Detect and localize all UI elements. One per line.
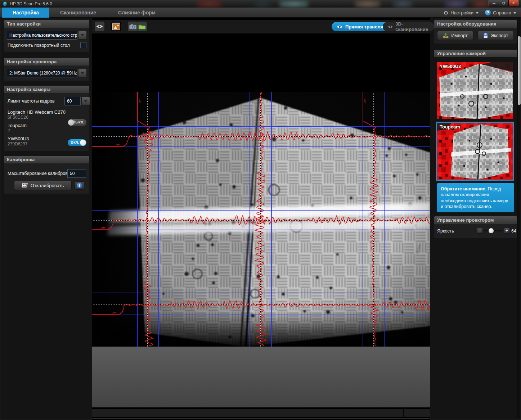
setup-type-group: Тип настройки Настройка пользовательског…	[4, 20, 89, 52]
titlebar-glass-blob	[279, 0, 308, 8]
hardware-setup-header: Настройка оборудования	[434, 20, 517, 28]
help-menu[interactable]: ? Справка	[485, 10, 516, 15]
close-button[interactable]: ✕	[508, 0, 518, 6]
dropdown-arrow-icon[interactable]	[78, 31, 87, 40]
import-icon	[443, 33, 449, 38]
export-button[interactable]: Экспорт	[477, 31, 514, 40]
calibration-header: Калибровка	[4, 156, 89, 163]
calibration-notice: Обратите внимание. Перед началом сканиро…	[437, 183, 514, 212]
viewport-toolbar: Прямая трансляция 3D-сканирование	[92, 20, 430, 33]
device-name: Logitech HD Webcam C270	[8, 109, 66, 115]
camera-preview-image	[437, 62, 513, 119]
import-button[interactable]: Импорт	[437, 31, 473, 40]
viewport-area: Прямая трансляция 3D-сканирование	[92, 18, 430, 420]
window-bottom-edge	[92, 418, 430, 419]
scan-3d-label: 3D-сканирование	[395, 21, 429, 32]
eye-icon	[96, 24, 103, 29]
open-folder-button[interactable]	[137, 22, 147, 31]
maximize-button[interactable]: ▢	[499, 0, 508, 6]
svg-text:LMT: LMT	[364, 99, 366, 103]
viewport-lower-panel	[92, 347, 430, 407]
import-button-label: Импорт	[451, 33, 467, 38]
pattern-image-button[interactable]	[111, 22, 121, 31]
brightness-minus-button[interactable]: –	[477, 228, 483, 234]
eye-icon	[337, 25, 343, 29]
eye-icon	[388, 25, 393, 29]
svg-text:LMT: LMT	[139, 99, 141, 103]
toggle-overlay-button[interactable]	[95, 22, 104, 31]
window-title: HP 3D Scan Pro 5.6.0	[10, 1, 52, 6]
device-id: 6F50CC26	[8, 115, 66, 120]
titlebar-glass-blob	[355, 0, 380, 8]
projector-setup-group: Настройка проектора 2: MStar Demo (1280x…	[4, 58, 89, 81]
titlebar-glass-blob	[445, 0, 467, 8]
setup-type-dropdown-value[interactable]: Настройка пользовательского структ	[7, 31, 77, 40]
brightness-slider-knob[interactable]	[489, 228, 494, 233]
tab-mesh-merge[interactable]: Слияние форм	[108, 8, 165, 18]
svg-text:LMT: LMT	[112, 312, 116, 314]
gear-icon: ⚙	[444, 10, 448, 15]
right-scrollbar[interactable]	[517, 18, 521, 419]
notice-bold-text: Обратите внимание.	[441, 186, 486, 191]
preview-label: Toupcam	[440, 124, 460, 130]
svg-text:LMT: LMT	[116, 144, 120, 146]
device-toggle-logitech[interactable]: Выкл.	[68, 119, 86, 126]
turntable-checkbox[interactable]	[80, 42, 86, 48]
title-bar: HP 3D Scan Pro 5.6.0 — ▢ ✕	[0, 0, 521, 8]
live-camera-view: 50 мм LMTLMTLMTLMTLMT	[92, 92, 430, 347]
calibrate-button[interactable]: Откалибровать	[14, 181, 72, 190]
image-icon	[112, 23, 120, 30]
dropdown-arrow-icon[interactable]	[78, 69, 87, 77]
app-icon	[3, 1, 8, 6]
projector-setup-header: Настройка проектора	[4, 58, 89, 66]
scrollbar-thumb[interactable]	[518, 36, 521, 105]
settings-menu[interactable]: ⚙ Настройки	[444, 10, 479, 15]
fps-dropdown-value[interactable]: 60	[64, 97, 81, 105]
dropdown-arrow-icon[interactable]	[81, 97, 90, 105]
chevron-down-icon	[513, 12, 516, 14]
camera-device-row: YW500U3 279D6297	[8, 136, 29, 146]
tab-setup[interactable]: Настройка	[2, 8, 49, 18]
camera-device-row: Toupcam 2	[8, 123, 27, 133]
window-controls: — ▢ ✕	[489, 0, 518, 6]
titlebar-glass-blob	[472, 0, 490, 8]
device-toggle-toupcam[interactable]: Вкл.	[68, 139, 86, 146]
turntable-checkbox-label: Подключить поворотный стол	[8, 43, 70, 48]
scan-3d-button[interactable]: 3D-сканирование	[383, 22, 434, 31]
calibration-scale-input[interactable]: 50	[67, 169, 86, 178]
preview-label: YW500U3	[440, 64, 461, 69]
calibration-group: Калибровка Масштабирование калибровк 50 …	[4, 156, 89, 194]
folder-icon	[138, 24, 146, 30]
camera-preview-toupcam[interactable]: Toupcam	[437, 123, 513, 180]
camera-preview-image	[437, 123, 513, 180]
snapshot-button[interactable]	[128, 22, 138, 31]
save-floppy-icon	[483, 33, 488, 38]
fps-dropdown[interactable]: 60	[64, 97, 90, 105]
projector-dropdown[interactable]: 2: MStar Demo (1280x720 @ 59Hz	[7, 69, 87, 77]
help-icon: ?	[485, 10, 491, 15]
info-icon: i	[77, 183, 82, 188]
tab-bar: Настройка Сканирование Слияние форм	[0, 8, 521, 18]
status-bar-divider	[403, 409, 404, 418]
calibration-scene: 50 мм LMTLMTLMTLMTLMT	[92, 92, 430, 347]
calibration-info-button[interactable]: i	[75, 181, 84, 190]
tab-scanning[interactable]: Сканирование	[53, 8, 104, 18]
brightness-slider-track[interactable]	[484, 230, 503, 231]
titlebar-glass-blob	[197, 0, 222, 8]
brightness-label: Яркость	[437, 229, 454, 234]
device-id: 279D6297	[8, 141, 29, 146]
projector-dropdown-value[interactable]: 2: MStar Demo (1280x720 @ 59Hz	[7, 69, 77, 77]
setup-type-dropdown[interactable]: Настройка пользовательского структ	[7, 31, 87, 40]
hardware-setup-group: Настройка оборудования Импорт Экспорт	[434, 20, 517, 44]
help-menu-label: Справка	[493, 10, 511, 15]
camera-setup-header: Настройка камеры	[4, 86, 89, 93]
brightness-plus-button[interactable]: +	[504, 228, 510, 234]
chevron-down-icon	[476, 12, 479, 14]
projector-control-header: Управление проектором	[434, 216, 517, 224]
toggle-knob	[80, 140, 86, 146]
brightness-value: 64	[511, 229, 516, 234]
camera-preview-yw500u3[interactable]: YW500U3	[437, 62, 513, 119]
svg-text:LMT: LMT	[101, 227, 105, 229]
minimize-button[interactable]: —	[489, 0, 499, 6]
titlebar-glass-blob	[393, 0, 413, 8]
